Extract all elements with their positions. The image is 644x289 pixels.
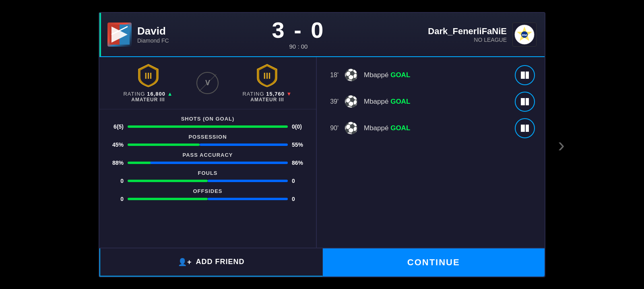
next-chevron[interactable]: › xyxy=(558,133,565,156)
continue-button[interactable]: CONTINUE xyxy=(323,248,545,277)
stat-label-offsides: OFFSIDES xyxy=(109,188,306,194)
stat-row-fouls: FOULS 0 0 xyxy=(109,170,306,184)
stat-values-fouls: 0 0 xyxy=(109,178,306,184)
stat-row-possession: POSSESSION 45% 55% xyxy=(109,134,306,148)
replay-button-1[interactable] xyxy=(515,65,535,85)
team-right: RM Dark_FenerliFaNiE NO LEAGUE xyxy=(428,23,537,47)
team-badge-right: RM xyxy=(512,23,537,47)
stat-values-pass: 88% 86% xyxy=(109,160,306,166)
goal-minute-1: 18' xyxy=(326,72,339,79)
stat-left-shots: 6(5) xyxy=(109,123,124,130)
stat-label-possession: POSSESSION xyxy=(109,134,306,140)
right-panel: 18' ⚽ Mbappé GOAL 39' ⚽ Mbappé GOAL xyxy=(317,57,545,248)
svg-rect-12 xyxy=(521,98,525,105)
bar-blue-fouls xyxy=(208,180,288,182)
stat-values-shots: 6(5) 0(0) xyxy=(109,123,306,130)
match-header: David Diamond FC 3 - 0 90 : 00 RM Dark_F… xyxy=(99,13,545,57)
stat-row-offsides: OFFSIDES 0 0 xyxy=(109,188,306,202)
rating-value-right: RATING 15,760 ▼ xyxy=(242,91,292,97)
stat-values-possession: 45% 55% xyxy=(109,141,306,148)
stat-right-shots: 0(0) xyxy=(292,123,306,130)
svg-rect-11 xyxy=(526,72,529,79)
stat-left-fouls: 0 xyxy=(109,178,124,184)
stat-left-possession: 45% xyxy=(109,141,124,148)
rating-section: III RATING 16,800 ▲ AMATEUR III V III xyxy=(99,57,316,109)
add-friend-icon: 👤+ xyxy=(178,258,192,266)
add-friend-button[interactable]: 👤+ ADD FRIEND xyxy=(99,248,323,277)
stat-label-pass: PASS ACCURACY xyxy=(109,152,306,158)
goal-text-2: Mbappé GOAL xyxy=(364,98,509,106)
rating-block-right: III RATING 15,760 ▼ AMATEUR III xyxy=(242,64,292,102)
svg-text:III: III xyxy=(264,71,271,81)
stat-left-offsides: 0 xyxy=(109,196,124,202)
stat-right-fouls: 0 xyxy=(292,178,306,184)
stat-values-offsides: 0 0 xyxy=(109,196,306,202)
svg-rect-14 xyxy=(521,125,525,132)
rating-block-left: III RATING 16,800 ▲ AMATEUR III xyxy=(123,64,173,102)
rating-tier-right: AMATEUR III xyxy=(242,97,292,102)
add-friend-label: ADD FRIEND xyxy=(196,258,245,266)
goal-row-1: 18' ⚽ Mbappé GOAL xyxy=(326,65,535,85)
left-panel: III RATING 16,800 ▲ AMATEUR III V III xyxy=(99,57,317,248)
svg-rect-10 xyxy=(521,72,525,79)
bar-pass xyxy=(128,162,288,164)
bar-blue-pass xyxy=(150,162,288,164)
bar-possession xyxy=(128,143,288,146)
player-name-right: Dark_FenerliFaNiE xyxy=(428,26,507,37)
ball-icon-3: ⚽ xyxy=(344,121,358,135)
stat-label-shots: SHOTS (ON GOAL) xyxy=(109,116,306,122)
stats-section: SHOTS (ON GOAL) 6(5) 0(0) POSSESSION 45% xyxy=(99,109,316,248)
bar-shots xyxy=(128,125,288,128)
stat-left-pass: 88% xyxy=(109,160,124,166)
footer: 👤+ ADD FRIEND CONTINUE xyxy=(99,248,545,277)
match-time: 90 : 00 xyxy=(272,43,325,50)
stat-row-shots: SHOTS (ON GOAL) 6(5) 0(0) xyxy=(109,116,306,130)
rating-badge-left: III xyxy=(137,64,159,88)
svg-rect-13 xyxy=(526,98,529,105)
stat-right-offsides: 0 xyxy=(292,196,306,202)
team-left: David Diamond FC xyxy=(107,23,169,47)
bar-fouls xyxy=(128,180,288,182)
goal-text-3: Mbappé GOAL xyxy=(364,124,509,132)
rating-value-left: RATING 16,800 ▲ xyxy=(123,91,173,97)
team-name-right: NO LEAGUE xyxy=(428,37,507,43)
ball-icon-1: ⚽ xyxy=(344,68,358,82)
bar-green-possession xyxy=(128,143,200,146)
team-badge-left xyxy=(107,23,132,47)
bar-offsides xyxy=(128,198,288,200)
goal-text-1: Mbappé GOAL xyxy=(364,71,509,79)
vs-text: V xyxy=(205,79,210,87)
rating-tier-left: AMATEUR III xyxy=(123,97,173,102)
goal-row-3: 90' ⚽ Mbappé GOAL xyxy=(326,118,535,138)
svg-text:III: III xyxy=(144,71,152,81)
ball-icon-2: ⚽ xyxy=(344,95,358,108)
content-area: III RATING 16,800 ▲ AMATEUR III V III xyxy=(99,57,545,248)
stat-row-pass: PASS ACCURACY 88% 86% xyxy=(109,152,306,166)
team-info-right: Dark_FenerliFaNiE NO LEAGUE xyxy=(428,26,507,43)
stat-right-pass: 86% xyxy=(292,160,306,166)
match-score: 3 - 0 xyxy=(272,19,325,41)
svg-text:RM: RM xyxy=(522,33,527,37)
bar-green-fouls xyxy=(128,180,208,182)
stat-label-fouls: FOULS xyxy=(109,170,306,176)
replay-button-2[interactable] xyxy=(515,92,535,112)
svg-rect-15 xyxy=(526,125,529,132)
score-section: 3 - 0 90 : 00 xyxy=(272,19,325,50)
bar-green-shots xyxy=(128,125,288,128)
team-info-left: David Diamond FC xyxy=(137,25,169,44)
main-container: David Diamond FC 3 - 0 90 : 00 RM Dark_F… xyxy=(99,12,545,277)
goal-minute-3: 90' xyxy=(326,125,339,132)
rating-badge-right: III xyxy=(256,64,278,88)
vs-circle: V xyxy=(196,72,219,94)
bar-blue-offsides xyxy=(208,198,288,200)
goal-minute-2: 39' xyxy=(326,98,339,105)
replay-button-3[interactable] xyxy=(515,118,535,138)
bar-green-offsides xyxy=(128,198,208,200)
bar-blue-possession xyxy=(200,143,288,146)
player-name-left: David xyxy=(137,25,169,37)
goal-row-2: 39' ⚽ Mbappé GOAL xyxy=(326,92,535,112)
stat-right-possession: 55% xyxy=(292,141,306,148)
team-name-left: Diamond FC xyxy=(137,37,169,44)
